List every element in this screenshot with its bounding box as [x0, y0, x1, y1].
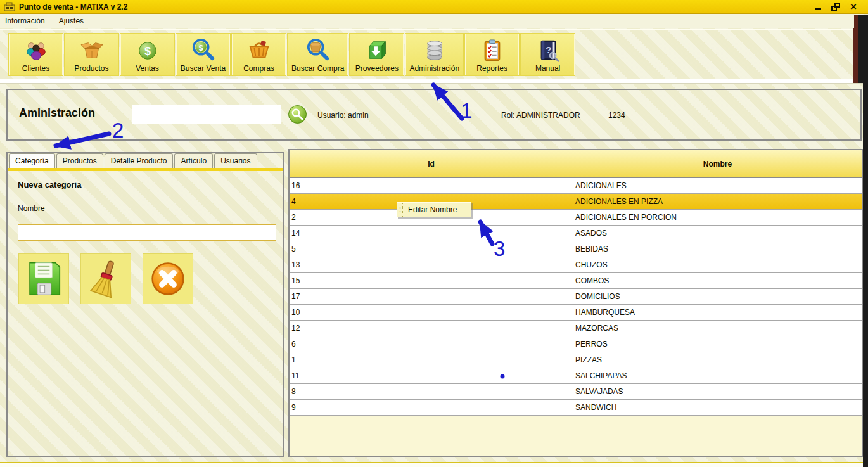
cell-nombre: BEBIDAS	[573, 241, 862, 257]
cell-nombre: ADICIONALES	[573, 178, 862, 193]
table-row[interactable]: 8SALVAJADAS	[290, 384, 862, 400]
database-icon	[422, 37, 447, 64]
cell-nombre: CHUZOS	[573, 257, 862, 272]
cell-id: 8	[290, 384, 573, 399]
table-row[interactable]: 15COMBOS	[290, 273, 862, 289]
cell-id: 9	[290, 400, 573, 415]
table-row[interactable]: 6PERROS	[290, 336, 862, 352]
cell-id: 17	[290, 289, 573, 304]
table-row[interactable]: 11SALCHIPAPAS	[290, 368, 862, 384]
restore-button[interactable]	[831, 3, 840, 11]
save-button[interactable]	[18, 253, 69, 304]
context-menu-item-editar-nombre[interactable]: Editar Nombre	[403, 203, 471, 217]
app-window: Punto de venta - MATIXA v 2.2 × Informac…	[0, 0, 868, 467]
cell-id: 16	[290, 178, 573, 193]
table-row[interactable]: 17DOMICILIOS	[290, 289, 862, 305]
table-row[interactable]: 13CHUZOS	[290, 257, 862, 273]
tab-articulo[interactable]: Artículo	[174, 153, 213, 168]
toolbar-button-buscar-venta[interactable]: $Buscar Venta	[176, 34, 230, 75]
window-title: Punto de venta - MATIXA v 2.2	[19, 3, 127, 11]
toolbar-button-label: Buscar Venta	[181, 64, 226, 73]
table-row[interactable]: 2ADICIONALES EN PORCION	[290, 210, 862, 226]
toolbar-button-clientes[interactable]: Clientes	[9, 34, 63, 75]
window-controls: ×	[814, 3, 864, 11]
cell-id: 13	[290, 257, 573, 272]
table-header: Id Nombre	[290, 150, 862, 178]
form-heading: Nueva categoria	[18, 180, 81, 189]
table-row[interactable]: 5BEBIDAS	[290, 241, 862, 257]
category-name-input[interactable]	[18, 224, 276, 241]
minimize-button[interactable]	[814, 3, 822, 11]
clear-button[interactable]	[80, 253, 131, 304]
menu-item-ajustes[interactable]: Ajustes	[59, 16, 84, 25]
cell-nombre: ADICIONALES EN PIZZA	[573, 194, 862, 209]
toolbar-button-label: Buscar Compra	[291, 64, 344, 73]
search-icon[interactable]	[288, 105, 307, 124]
manual-icon: ?	[535, 37, 561, 64]
cell-id: 15	[290, 273, 573, 288]
context-menu: ⁞ Editar Nombre	[397, 202, 471, 217]
cell-nombre: SANDWICH	[573, 400, 862, 415]
close-button[interactable]: ×	[849, 3, 858, 11]
toolbar-button-manual[interactable]: ?Manual	[521, 34, 575, 75]
table-row[interactable]: 1PIZZAS	[290, 352, 862, 368]
reports-icon	[480, 37, 505, 64]
toolbar-button-buscar-compra[interactable]: Buscar Compra	[288, 34, 348, 75]
toolbar-button-label: Ventas	[136, 64, 159, 73]
clients-icon	[23, 37, 49, 64]
categories-table: Id Nombre 16ADICIONALES4ADICIONALES EN P…	[288, 149, 863, 457]
toolbar-button-productos[interactable]: Productos	[65, 34, 118, 75]
table-row[interactable]: 16ADICIONALES	[290, 178, 862, 194]
products-icon	[79, 37, 105, 64]
search-input[interactable]	[132, 105, 281, 124]
table-row[interactable]: 4ADICIONALES EN PIZZA	[290, 194, 862, 210]
toolbar-button-label: Proveedores	[355, 64, 399, 73]
admin-header-panel: Aministración Usuario: admin Rol: ADMINI…	[6, 89, 862, 141]
cell-id: 6	[290, 336, 573, 352]
cell-nombre: SALVAJADAS	[573, 384, 862, 399]
sales-icon: $	[135, 37, 160, 64]
tab-categoria[interactable]: Categoría	[9, 153, 55, 168]
broom-icon	[86, 259, 126, 299]
toolbar-button-administracion[interactable]: Administración	[405, 34, 463, 75]
toolbar-button-label: Reportes	[476, 64, 507, 73]
tab-detalle-producto[interactable]: Detalle Producto	[105, 153, 174, 168]
toolbar-button-label: Administración	[409, 64, 459, 73]
cell-id: 11	[290, 368, 573, 383]
tab-usuarios[interactable]: Usuarios	[214, 153, 257, 168]
cancel-icon	[148, 259, 188, 299]
cell-id: 1	[290, 352, 573, 368]
table-row[interactable]: 10HAMBURQUESA	[290, 305, 862, 321]
tab-bar: CategoríaProductosDetalle ProductoArtícu…	[9, 153, 257, 168]
table-row[interactable]: 12MAZORCAS	[290, 321, 862, 336]
table-body: 16ADICIONALES4ADICIONALES EN PIZZA2ADICI…	[290, 178, 862, 456]
toolbar-divider	[0, 79, 863, 84]
table-row[interactable]: 14ASADOS	[290, 226, 862, 241]
cell-nombre: PERROS	[573, 336, 862, 352]
tab-underline	[8, 168, 283, 171]
save-icon	[23, 259, 64, 299]
desktop-edge-lower	[863, 83, 868, 467]
tab-productos[interactable]: Productos	[56, 153, 103, 168]
cell-id: 5	[290, 241, 573, 257]
toolbar-button-ventas[interactable]: $Ventas	[120, 34, 174, 75]
cell-nombre: ASADOS	[573, 226, 862, 241]
toolbar-button-proveedores[interactable]: Proveedores	[350, 34, 404, 75]
cell-id: 14	[290, 226, 573, 241]
context-menu-grip-icon: ⁞	[397, 203, 403, 217]
suppliers-icon	[364, 37, 390, 64]
menu-item-informacion[interactable]: Información	[5, 16, 45, 25]
toolbar-button-label: Manual	[535, 64, 560, 73]
bottom-margin	[0, 463, 863, 467]
user-label: Usuario: admin	[317, 111, 369, 120]
toolbar-button-reportes[interactable]: Reportes	[465, 34, 519, 75]
toolbar-button-compras[interactable]: Compras	[232, 34, 286, 75]
table-row[interactable]: 9SANDWICH	[290, 400, 862, 416]
column-header-id[interactable]: Id	[290, 150, 573, 177]
search-purchase-icon	[305, 37, 331, 64]
app-icon	[4, 2, 15, 11]
column-header-nombre[interactable]: Nombre	[573, 150, 862, 177]
role-label: Rol: ADMINISTRADOR	[501, 111, 580, 120]
cancel-button[interactable]	[143, 253, 193, 304]
toolbar-button-label: Compras	[243, 64, 274, 73]
